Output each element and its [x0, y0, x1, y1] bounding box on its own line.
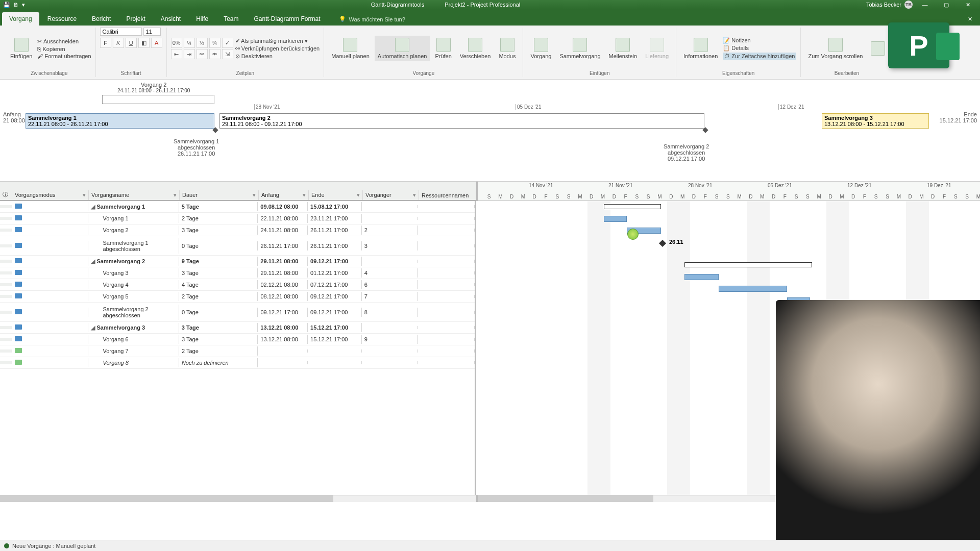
tab-ressource[interactable]: Ressource	[40, 12, 84, 26]
table-row[interactable]: Vorgang 23 Tage24.11.21 08:0026.11.21 17…	[0, 224, 475, 236]
gantt-summary-bar[interactable]	[684, 262, 812, 267]
italic-button[interactable]: K	[113, 38, 124, 48]
find-button[interactable]	[868, 39, 888, 58]
table-row[interactable]: Vorgang 63 Tage13.12.21 08:0015.12.21 17…	[0, 334, 475, 345]
table-row[interactable]: Vorgang 33 Tage29.11.21 08:0001.12.21 17…	[0, 267, 475, 279]
table-row[interactable]: Sammelvorgang 1 abgeschlossen0 Tage26.11…	[0, 236, 475, 256]
col-predecessors[interactable]: Vorgänger▾	[363, 190, 419, 200]
gantt-bar[interactable]	[719, 286, 787, 292]
auto-icon	[395, 38, 409, 52]
insert-summary-button[interactable]: Sammelvorgang	[556, 36, 603, 61]
gantt-bar[interactable]	[684, 274, 719, 280]
close-button[interactable]: ✕	[959, 2, 977, 8]
respect-links-button[interactable]: ⚯ Verknüpfungen berücksichtigen	[235, 45, 320, 52]
pct-50-button[interactable]: ½	[197, 38, 208, 48]
cut-button[interactable]: ✂ Ausschneiden	[37, 38, 91, 45]
col-name[interactable]: Vorgangsname▾	[89, 190, 180, 200]
col-indicator[interactable]: ⓘ	[0, 189, 12, 200]
group-edit: Zum Vorgang scrollen Bearbeiten	[801, 28, 892, 77]
paste-button[interactable]: Einfügen	[7, 36, 35, 61]
milestone-icon	[616, 38, 630, 52]
maximize-button[interactable]: ▢	[937, 2, 955, 8]
mode-button[interactable]: Modus	[496, 36, 519, 61]
table-row[interactable]: Vorgang 8Noch zu definieren	[0, 357, 475, 369]
timeline-view[interactable]: Vorgang 224.11.21 08:00 - 26.11.21 17:00…	[0, 80, 980, 182]
copy-button[interactable]: ⎘ Kopieren	[37, 46, 91, 52]
table-row[interactable]: Sammelvorgang 2 abgeschlossen0 Tage09.12…	[0, 303, 475, 322]
table-hscroll[interactable]	[0, 495, 476, 502]
bold-button[interactable]: F	[100, 38, 111, 48]
tab-bericht[interactable]: Bericht	[85, 12, 118, 26]
col-mode[interactable]: Vorgangsmodus▾	[12, 190, 89, 200]
tab-projekt[interactable]: Projekt	[119, 12, 152, 26]
gantt-milestone-label: 26.11	[669, 239, 683, 245]
scroll-to-task-button[interactable]: Zum Vorgang scrollen	[805, 36, 866, 61]
auto-schedule-button[interactable]: Automatisch planen	[375, 36, 430, 61]
table-row[interactable]: Vorgang 12 Tage22.11.21 08:0023.11.21 17…	[0, 213, 475, 224]
user-avatar[interactable]: TB	[904, 1, 913, 9]
outdent-button[interactable]: ⇤	[171, 49, 182, 59]
indent-button[interactable]: ⇥	[184, 49, 195, 59]
gantt-timescale[interactable]: 14 Nov '21 21 Nov '21 28 Nov '21 05 Dez …	[476, 182, 980, 201]
save-icon[interactable]: 💾	[3, 2, 10, 8]
timeline-bar-sv3[interactable]: Sammelvorgang 313.12.21 08:00 - 15.12.21…	[822, 113, 929, 129]
tell-me-search[interactable]: 💡Was möchten Sie tun?	[339, 16, 405, 26]
summary-icon	[573, 38, 587, 52]
table-row[interactable]: ◢Sammelvorgang 15 Tage09.08.12 08:0015.0…	[0, 201, 475, 213]
table-row[interactable]: Vorgang 72 Tage	[0, 345, 475, 357]
deactivate-button[interactable]: ⊘ Deaktivieren	[235, 53, 320, 60]
col-end[interactable]: Ende▾	[309, 190, 363, 200]
unlink-button[interactable]: ⚮	[209, 49, 220, 59]
split-button[interactable]: ⇲	[222, 49, 233, 59]
close-doc-button[interactable]: ✕	[960, 16, 980, 26]
user-name[interactable]: Tobias Becker	[866, 2, 901, 8]
timeline-bar-sv2[interactable]: Sammelvorgang 229.11.21 08:00 - 09.12.21…	[219, 113, 704, 129]
gantt-summary-bar[interactable]	[604, 204, 661, 209]
font-name-input[interactable]	[100, 28, 142, 36]
tab-vorgang[interactable]: Vorgang	[2, 12, 39, 26]
minimize-button[interactable]: —	[916, 2, 934, 8]
info-icon	[694, 38, 708, 52]
pct-75-button[interactable]: ¾	[209, 38, 220, 48]
col-start[interactable]: Anfang▾	[259, 190, 309, 200]
gantt-milestone[interactable]	[659, 240, 666, 247]
link-button[interactable]: ⚯	[197, 49, 208, 59]
timeline-tick: 12 Dez '21	[778, 104, 804, 110]
tab-team[interactable]: Team	[216, 12, 246, 26]
pct-0-button[interactable]: 0%	[171, 38, 182, 48]
timeline-bar-sv1[interactable]: Sammelvorgang 122.11.21 08:00 - 26.11.21…	[26, 113, 214, 129]
font-color-button[interactable]: A	[151, 38, 162, 48]
underline-button[interactable]: U	[126, 38, 137, 48]
table-row[interactable]: Vorgang 44 Tage02.12.21 08:0007.12.21 17…	[0, 279, 475, 291]
tab-hilfe[interactable]: Hilfe	[189, 12, 215, 26]
mark-ontrack-button[interactable]: ✔ Als planmäßig markieren ▾	[235, 38, 320, 44]
information-button[interactable]: Informationen	[680, 36, 721, 61]
col-duration[interactable]: Dauer▾	[180, 190, 259, 200]
timeline-tick: 28 Nov '21	[254, 104, 280, 110]
pct-25-button[interactable]: ¼	[184, 38, 195, 48]
pct-100-button[interactable]: ✓	[222, 38, 233, 48]
table-row[interactable]: ◢Sammelvorgang 29 Tage29.11.21 08:0009.1…	[0, 256, 475, 267]
fill-color-button[interactable]: ◧	[138, 38, 150, 48]
group-properties: Informationen 📝 Notizen 📋 Details ⏱ Zur …	[676, 28, 801, 77]
format-painter-button[interactable]: 🖌 Format übertragen	[37, 53, 91, 59]
insert-task-button[interactable]: Vorgang	[527, 36, 554, 61]
col-resources[interactable]: Ressourcennamen	[419, 191, 476, 200]
timeline-callout-box[interactable]	[102, 95, 214, 104]
manual-schedule-button[interactable]: Manuell planen	[328, 36, 373, 61]
new-doc-icon[interactable]: 🗎	[13, 2, 19, 8]
task-table[interactable]: ◢Sammelvorgang 15 Tage09.08.12 08:0015.0…	[0, 201, 476, 495]
status-text: Neue Vorgänge : Manuell geplant	[12, 543, 95, 549]
move-button[interactable]: Verschieben	[457, 36, 494, 61]
inspect-button[interactable]: Prüfen	[432, 36, 454, 61]
table-row[interactable]: Vorgang 52 Tage08.12.21 08:0009.12.21 17…	[0, 291, 475, 303]
notes-button[interactable]: 📝 Notizen	[723, 37, 796, 44]
tab-format[interactable]: Gantt-Diagramm Format	[247, 12, 328, 26]
details-button[interactable]: 📋 Details	[723, 45, 796, 52]
font-size-input[interactable]	[143, 28, 161, 36]
add-to-timeline-button[interactable]: ⏱ Zur Zeitachse hinzufügen	[723, 53, 796, 60]
gantt-bar[interactable]	[604, 216, 627, 222]
insert-milestone-button[interactable]: Meilenstein	[606, 36, 641, 61]
table-row[interactable]: ◢Sammelvorgang 33 Tage13.12.21 08:0015.1…	[0, 322, 475, 334]
tab-ansicht[interactable]: Ansicht	[154, 12, 188, 26]
